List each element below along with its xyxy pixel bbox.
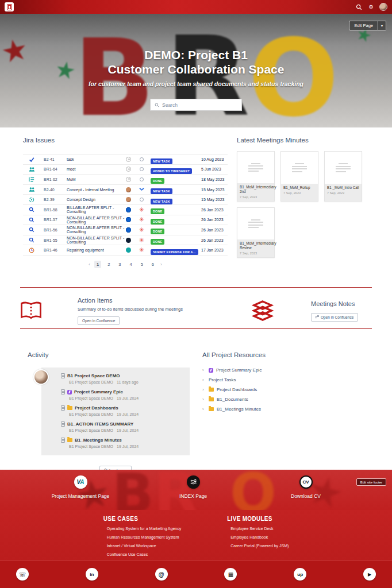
footer-nav-link[interactable]: Human Resources Management System xyxy=(107,535,182,539)
footer-link-download-cv[interactable]: CV Download CV xyxy=(266,475,346,510)
status-badge: DONE xyxy=(151,204,201,215)
pagination-page-3[interactable]: 3 xyxy=(116,261,123,268)
pagination-page-6[interactable]: 6 xyxy=(149,261,156,268)
footer-links-band: ★ B R O ★ VA Project Management Page IND… xyxy=(0,470,392,510)
section-title: Latest Meetings Minutes xyxy=(237,137,375,144)
tree-item[interactable]: › Project Summary Epic xyxy=(202,368,369,373)
footer-nav-link[interactable]: Employee Service Desk xyxy=(230,527,289,531)
tree-item[interactable]: › Project Tasks xyxy=(202,377,369,382)
footer-nav-link[interactable]: Operating System for a Marketing Agency xyxy=(107,527,182,531)
cv-icon: CV xyxy=(299,475,313,489)
calendar-icon[interactable]: ▦ xyxy=(224,568,237,581)
open-in-confluence-button[interactable]: Open in Confluence xyxy=(311,313,358,322)
meeting-minutes-card[interactable]: B1 _MoM_Intro Call7 Sep, 2023 xyxy=(324,151,362,202)
footer-social-band: ☏ in @ ▦ up ▶ xyxy=(0,560,392,588)
edit-page-button[interactable]: Edit Page xyxy=(349,21,378,30)
document-thumbnail xyxy=(237,152,274,183)
issue-type-refinement-icon xyxy=(28,197,36,203)
column-title: USE CASES xyxy=(103,516,182,522)
pagination-page-1[interactable]: 1 xyxy=(94,261,101,268)
list-item[interactable]: B1_ACTION ITEMS SUMMARY B1 Project Space… xyxy=(61,421,190,432)
edit-page-dropdown-button[interactable]: ▾ xyxy=(378,21,386,30)
tree-item[interactable]: › Project Dashboards xyxy=(202,387,369,392)
search-icon[interactable] xyxy=(355,3,363,11)
document-thumbnail xyxy=(281,152,318,184)
table-row[interactable]: BR1-57 NON-BILLABLE AFTER SPLIT - Consul… xyxy=(23,215,228,226)
footer-nav-link[interactable]: Intranet / Virtual Workspace xyxy=(107,544,182,548)
page-icon xyxy=(61,421,65,427)
assignee-avatar xyxy=(126,247,131,253)
app-logo-icon[interactable] xyxy=(5,2,14,11)
table-row[interactable]: BR1-56 NON-BILLABLE AFTER SPLIT - Consul… xyxy=(23,225,228,235)
pagination-page-2[interactable]: 2 xyxy=(105,261,112,268)
pagination-next[interactable]: › xyxy=(160,262,162,267)
table-row[interactable]: BR1-62 MoM DONE 18 May 2023 xyxy=(23,175,228,185)
footer-nav-link[interactable]: Employee Handbook xyxy=(230,535,289,539)
priority-blocker-icon: ✳ xyxy=(139,248,144,252)
chevron-right-icon[interactable]: › xyxy=(202,397,206,402)
folder-icon xyxy=(209,388,214,392)
meeting-minutes-card[interactable]: B1_MoM_Rollup7 Sep, 2023 xyxy=(280,151,318,202)
footer-link-project-management[interactable]: VA Project Management Page xyxy=(40,475,121,510)
activity-feed: B1 Project Space DEMO B1 Project Space D… xyxy=(41,368,190,455)
settings-gear-icon[interactable]: ⚙ xyxy=(367,3,375,11)
footer-nav-link[interactable]: Career Portal (Powered by JSM) xyxy=(230,544,289,548)
hero-search-input[interactable]: Search xyxy=(150,99,242,111)
status-badge: SUBMIT EXPENSE FOR A... xyxy=(151,245,201,256)
table-row[interactable]: BR1-64 meet ADDED TO TIMESHEET 5 Jun 202… xyxy=(23,165,228,175)
chevron-right-icon[interactable]: › xyxy=(202,377,206,382)
pagination: ‹ 1 2 3 4 5 6 › xyxy=(23,261,228,268)
table-row[interactable]: B2-41 task NEW TASK 10 Aug 2023 xyxy=(23,154,228,165)
status-badge: NEW TASK xyxy=(151,154,201,165)
table-row[interactable]: B2-39 Concept Design NEW TASK 15 May 202… xyxy=(23,195,228,205)
epic-icon xyxy=(209,368,213,373)
status-badge: NEW TASK xyxy=(151,184,201,195)
chevron-right-icon[interactable]: › xyxy=(202,387,206,392)
tree-item[interactable]: › B1_Meetings Minutes xyxy=(202,407,369,412)
section-title: All Project Resources xyxy=(202,351,369,358)
meetings-minutes-section: Latest Meetings Minutes B1_MoM_Intermedi… xyxy=(237,137,375,258)
pagination-page-5[interactable]: 5 xyxy=(139,261,145,268)
folder-icon xyxy=(67,406,72,410)
use-cases-column: USE CASES Operating System for a Marketi… xyxy=(103,516,182,560)
top-navigation-bar: ⚙ xyxy=(0,0,392,14)
divider xyxy=(20,287,372,288)
table-row[interactable]: BR1-58 BILLABLE AFTER SPLIT - Consulting… xyxy=(23,205,228,215)
folder-icon xyxy=(67,438,72,442)
status-badge: DONE xyxy=(151,215,201,225)
table-row[interactable]: BR1-46 Repairing equipment ✳ SUBMIT EXPE… xyxy=(23,245,228,256)
action-items-title: Action Items xyxy=(78,297,183,304)
footer-nav-link[interactable]: Confluence Use Cases xyxy=(107,552,182,556)
pagination-page-4[interactable]: 4 xyxy=(128,261,134,268)
open-in-confluence-button[interactable]: Open in Confluence xyxy=(78,316,120,325)
table-row[interactable]: B2-40 Concept - Internal Meeting NEW TAS… xyxy=(23,185,228,195)
tree-item[interactable]: › B1_Documents xyxy=(202,397,369,402)
folder-icon xyxy=(209,407,214,411)
user-avatar[interactable] xyxy=(379,3,387,11)
table-row[interactable]: BR1-55 NON-BILLABLE AFTER SPLIT - Consul… xyxy=(23,235,228,246)
upwork-icon[interactable]: up xyxy=(294,568,306,581)
meeting-minutes-card[interactable]: B1_MoM_Intermediary Review7 Sep, 2023 xyxy=(237,207,275,258)
youtube-icon[interactable]: ▶ xyxy=(363,568,376,581)
pagination-prev[interactable]: ‹ xyxy=(89,262,90,267)
list-item[interactable]: B1 Project Space DEMO B1 Project Space D… xyxy=(61,373,190,384)
assignee-avatar xyxy=(126,217,131,222)
edit-site-footer-button[interactable]: Edit site footer xyxy=(356,478,386,486)
list-item[interactable]: Project Dashboards B1 Project Space DEMO… xyxy=(61,405,190,416)
book-icon xyxy=(20,301,42,320)
meeting-minutes-card[interactable]: B1_MoM_Intermediary 2nd7 Sep, 2023 xyxy=(237,151,275,202)
list-item[interactable]: B1_Meetings Minutes B1 Project Space DEM… xyxy=(61,438,190,448)
footer-link-index-page[interactable]: INDEX Page xyxy=(153,475,233,510)
chevron-right-icon[interactable]: › xyxy=(202,407,206,412)
linkedin-icon[interactable]: in xyxy=(86,568,98,581)
hero-banner: ★ ★ ★ B R O DEMO: Project B1 Customer Co… xyxy=(0,14,392,127)
layers-icon xyxy=(252,300,274,321)
chevron-right-icon[interactable]: › xyxy=(202,368,206,373)
assignee-avatar xyxy=(126,207,131,212)
resources-tree: › Project Summary Epic › Project Tasks ›… xyxy=(202,368,369,412)
email-icon[interactable]: @ xyxy=(155,568,168,581)
issue-type-research-icon xyxy=(28,217,36,223)
list-item[interactable]: Project Summary Epic B1 Project Space DE… xyxy=(61,389,190,400)
assignee-avatar xyxy=(126,197,131,202)
whatsapp-icon[interactable]: ☏ xyxy=(16,568,29,581)
